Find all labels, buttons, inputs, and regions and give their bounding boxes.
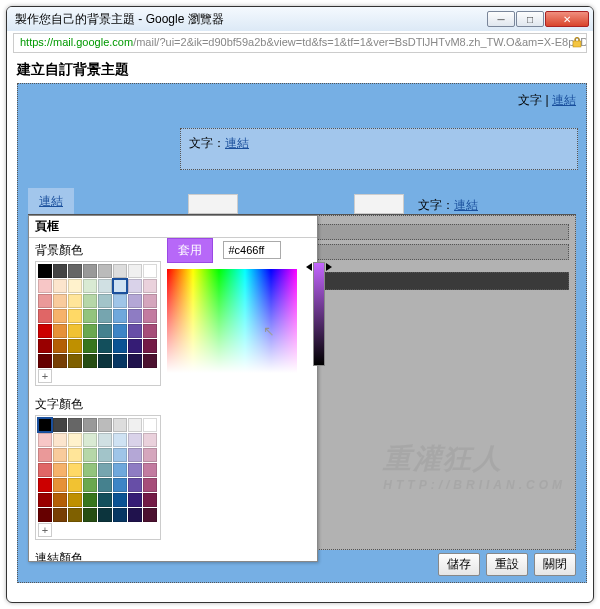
- color-swatch[interactable]: [98, 324, 112, 338]
- color-swatch[interactable]: [53, 493, 67, 507]
- preview-tab[interactable]: 連結: [28, 188, 74, 214]
- color-swatch[interactable]: [53, 279, 67, 293]
- color-swatch[interactable]: [83, 264, 97, 278]
- preview-blank-field-2[interactable]: [354, 194, 404, 214]
- color-swatch[interactable]: [98, 478, 112, 492]
- color-swatch[interactable]: [143, 294, 157, 308]
- color-swatch[interactable]: [83, 418, 97, 432]
- color-swatch[interactable]: [83, 478, 97, 492]
- color-swatch[interactable]: [113, 463, 127, 477]
- color-swatch[interactable]: [128, 433, 142, 447]
- color-swatch[interactable]: [83, 463, 97, 477]
- color-swatch[interactable]: [143, 448, 157, 462]
- color-swatch[interactable]: [128, 279, 142, 293]
- add-color-button[interactable]: +: [38, 523, 52, 537]
- color-swatch[interactable]: [128, 478, 142, 492]
- color-swatch[interactable]: [98, 508, 112, 522]
- color-swatch[interactable]: [128, 309, 142, 323]
- color-swatch[interactable]: [113, 448, 127, 462]
- color-swatch[interactable]: [53, 433, 67, 447]
- color-swatch[interactable]: [143, 309, 157, 323]
- color-swatch[interactable]: [53, 264, 67, 278]
- color-swatch[interactable]: [68, 478, 82, 492]
- color-swatch[interactable]: [113, 354, 127, 368]
- save-button[interactable]: 儲存: [438, 553, 480, 576]
- color-swatch[interactable]: [38, 309, 52, 323]
- hue-slider[interactable]: [313, 262, 325, 366]
- color-swatch[interactable]: [53, 324, 67, 338]
- color-swatch[interactable]: [98, 339, 112, 353]
- color-swatch[interactable]: [98, 448, 112, 462]
- color-swatch[interactable]: [68, 279, 82, 293]
- color-swatch[interactable]: [68, 324, 82, 338]
- color-swatch[interactable]: [113, 264, 127, 278]
- color-swatch[interactable]: [83, 324, 97, 338]
- color-swatch[interactable]: [98, 309, 112, 323]
- preview-header-link[interactable]: 連結: [225, 136, 249, 150]
- address-bar[interactable]: https://mail.google.com/mail/?ui=2&ik=d9…: [13, 33, 587, 53]
- color-swatch[interactable]: [113, 339, 127, 353]
- minimize-button[interactable]: ─: [487, 11, 515, 27]
- color-swatch[interactable]: [143, 508, 157, 522]
- color-swatch[interactable]: [38, 463, 52, 477]
- color-swatch[interactable]: [128, 294, 142, 308]
- color-swatch[interactable]: [143, 339, 157, 353]
- color-swatch[interactable]: [53, 448, 67, 462]
- color-swatch[interactable]: [68, 463, 82, 477]
- color-area[interactable]: ↖: [167, 269, 297, 373]
- color-swatch[interactable]: [113, 294, 127, 308]
- color-swatch[interactable]: [83, 493, 97, 507]
- color-swatch[interactable]: [38, 324, 52, 338]
- color-swatch[interactable]: [83, 309, 97, 323]
- color-swatch[interactable]: [68, 418, 82, 432]
- color-swatch[interactable]: [68, 433, 82, 447]
- color-swatch[interactable]: [113, 493, 127, 507]
- color-swatch[interactable]: [53, 418, 67, 432]
- color-swatch[interactable]: [68, 354, 82, 368]
- color-swatch[interactable]: [53, 508, 67, 522]
- color-swatch[interactable]: [113, 478, 127, 492]
- color-swatch[interactable]: [38, 433, 52, 447]
- color-swatch[interactable]: [113, 324, 127, 338]
- color-swatch[interactable]: [128, 463, 142, 477]
- color-swatch[interactable]: [83, 433, 97, 447]
- color-swatch[interactable]: [53, 463, 67, 477]
- color-swatch[interactable]: [128, 418, 142, 432]
- color-swatch[interactable]: [98, 264, 112, 278]
- color-swatch[interactable]: [38, 493, 52, 507]
- close-button[interactable]: 關閉: [534, 553, 576, 576]
- color-swatch[interactable]: [38, 279, 52, 293]
- color-swatch[interactable]: [128, 493, 142, 507]
- color-swatch[interactable]: [83, 339, 97, 353]
- color-swatch[interactable]: [68, 339, 82, 353]
- preview-tab-text-link[interactable]: 連結: [454, 198, 478, 212]
- color-swatch[interactable]: [38, 294, 52, 308]
- color-swatch[interactable]: [38, 418, 52, 432]
- color-swatch[interactable]: [128, 508, 142, 522]
- color-swatch[interactable]: [143, 463, 157, 477]
- color-swatch[interactable]: [83, 508, 97, 522]
- color-swatch[interactable]: [38, 354, 52, 368]
- color-swatch[interactable]: [113, 418, 127, 432]
- color-swatch[interactable]: [143, 433, 157, 447]
- color-swatch[interactable]: [38, 448, 52, 462]
- color-swatch[interactable]: [38, 508, 52, 522]
- color-swatch[interactable]: [113, 508, 127, 522]
- color-swatch[interactable]: [53, 339, 67, 353]
- color-swatch[interactable]: [38, 478, 52, 492]
- color-swatch[interactable]: [143, 418, 157, 432]
- color-swatch[interactable]: [98, 493, 112, 507]
- apply-button[interactable]: 套用: [167, 238, 213, 263]
- color-swatch[interactable]: [98, 463, 112, 477]
- color-swatch[interactable]: [53, 294, 67, 308]
- color-swatch[interactable]: [98, 433, 112, 447]
- preview-top-link[interactable]: 連結: [552, 93, 576, 107]
- color-swatch[interactable]: [143, 279, 157, 293]
- color-swatch[interactable]: [53, 309, 67, 323]
- reset-button[interactable]: 重設: [486, 553, 528, 576]
- close-window-button[interactable]: ✕: [545, 11, 589, 27]
- color-swatch[interactable]: [128, 339, 142, 353]
- color-swatch[interactable]: [113, 433, 127, 447]
- color-swatch[interactable]: [68, 294, 82, 308]
- color-swatch[interactable]: [98, 354, 112, 368]
